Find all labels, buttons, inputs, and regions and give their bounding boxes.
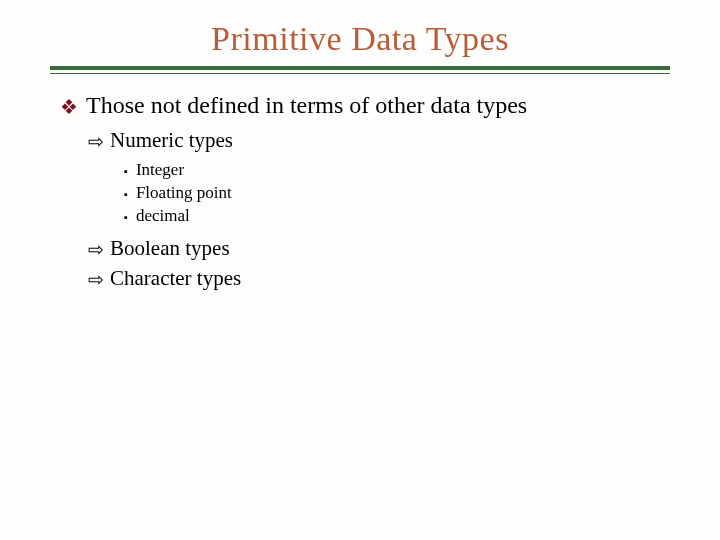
square-bullet-icon: ▪	[124, 160, 128, 182]
arrow-bullet-icon: ⇨	[88, 236, 104, 264]
bullet-text: Character types	[110, 266, 241, 291]
bullet-level-2: ⇨ Boolean types	[88, 236, 680, 264]
slide: Primitive Data Types ❖ Those not defined…	[0, 0, 720, 540]
slide-title: Primitive Data Types	[40, 20, 680, 58]
bullet-text: decimal	[136, 206, 190, 226]
title-underline	[50, 66, 670, 74]
bullet-level-3: ▪ decimal	[124, 206, 680, 228]
bullet-text: Integer	[136, 160, 184, 180]
square-bullet-icon: ▪	[124, 206, 128, 228]
bullet-text: Those not defined in terms of other data…	[86, 92, 527, 119]
bullet-level-3-group: ▪ Integer ▪ Floating point ▪ decimal	[60, 160, 680, 228]
bullet-text: Boolean types	[110, 236, 230, 261]
bullet-text: Floating point	[136, 183, 232, 203]
bullet-level-2: ⇨ Numeric types	[88, 128, 680, 156]
bullet-text: Numeric types	[110, 128, 233, 153]
slide-content: ❖ Those not defined in terms of other da…	[40, 92, 680, 294]
arrow-bullet-icon: ⇨	[88, 128, 104, 156]
bullet-level-1: ❖ Those not defined in terms of other da…	[60, 92, 680, 122]
bullet-level-2: ⇨ Character types	[88, 266, 680, 294]
bullet-level-3: ▪ Integer	[124, 160, 680, 182]
diamond-bullet-icon: ❖	[60, 92, 78, 122]
square-bullet-icon: ▪	[124, 183, 128, 205]
arrow-bullet-icon: ⇨	[88, 266, 104, 294]
bullet-level-3: ▪ Floating point	[124, 183, 680, 205]
